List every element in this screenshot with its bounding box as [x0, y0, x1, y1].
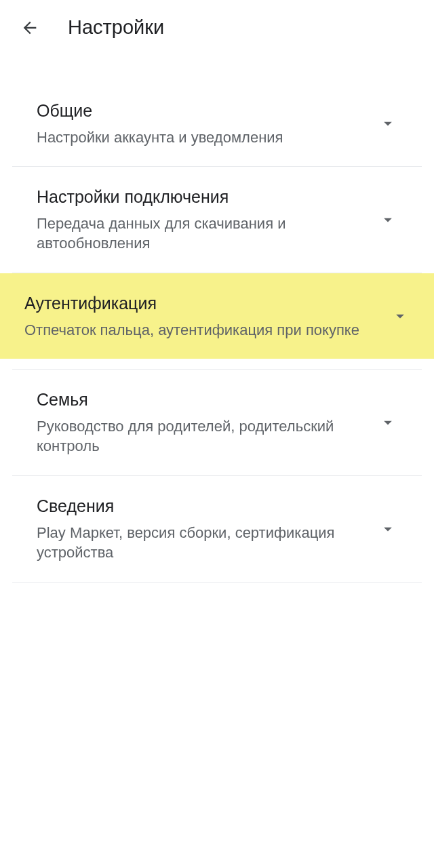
settings-item-network[interactable]: Настройки подключения Передача данных дл… — [12, 167, 422, 273]
app-header: Настройки — [0, 0, 434, 60]
chevron-down-icon — [391, 307, 410, 326]
settings-item-title: Сведения — [37, 495, 362, 517]
settings-item-subtitle: Отпечаток пальца, аутентификация при пок… — [24, 320, 374, 340]
settings-item-content: Сведения Play Маркет, версия сборки, сер… — [37, 495, 378, 563]
settings-item-subtitle: Настройки аккаунта и уведомления — [37, 127, 362, 148]
page-title: Настройки — [68, 16, 164, 39]
divider — [12, 359, 422, 370]
settings-item-content: Настройки подключения Передача данных дл… — [37, 186, 378, 254]
settings-item-general[interactable]: Общие Настройки аккаунта и уведомления — [12, 81, 422, 167]
chevron-down-icon — [378, 519, 397, 538]
settings-item-about[interactable]: Сведения Play Маркет, версия сборки, сер… — [12, 476, 422, 583]
chevron-down-icon — [378, 413, 397, 432]
settings-item-subtitle: Play Маркет, версия сборки, сертификация… — [37, 523, 362, 563]
settings-list: Общие Настройки аккаунта и уведомления Н… — [0, 60, 434, 583]
settings-item-subtitle: Передача данных для скачивания и автообн… — [37, 214, 362, 254]
chevron-down-icon — [378, 114, 397, 133]
settings-item-title: Общие — [37, 100, 362, 122]
settings-item-content: Аутентификация Отпечаток пальца, аутенти… — [24, 292, 391, 340]
settings-item-title: Настройки подключения — [37, 186, 362, 208]
settings-item-title: Аутентификация — [24, 292, 374, 315]
settings-item-title: Семья — [37, 389, 362, 411]
back-button[interactable] — [19, 17, 41, 39]
settings-item-content: Общие Настройки аккаунта и уведомления — [37, 100, 378, 147]
settings-item-content: Семья Руководство для родителей, родител… — [37, 389, 378, 456]
arrow-left-icon — [20, 18, 39, 37]
settings-item-family[interactable]: Семья Руководство для родителей, родител… — [12, 370, 422, 476]
settings-item-authentication[interactable]: Аутентификация Отпечаток пальца, аутенти… — [0, 273, 434, 359]
chevron-down-icon — [378, 210, 397, 229]
settings-item-subtitle: Руководство для родителей, родительский … — [37, 416, 362, 456]
